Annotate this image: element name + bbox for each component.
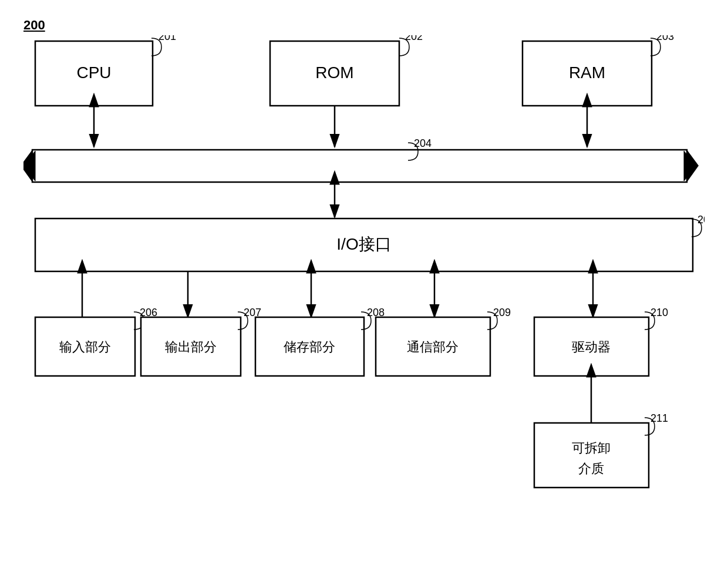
svg-text:通信部分: 通信部分: [407, 340, 459, 354]
svg-text:209: 209: [493, 307, 511, 318]
svg-text:RAM: RAM: [569, 63, 605, 82]
diagram-title: 200: [23, 18, 705, 33]
svg-text:201: 201: [159, 35, 176, 42]
svg-text:210: 210: [651, 307, 668, 318]
svg-text:驱动器: 驱动器: [572, 340, 611, 354]
svg-marker-16: [32, 150, 687, 182]
svg-text:CPU: CPU: [76, 63, 111, 82]
diagram-container: 200 CPU 201 ROM 202: [23, 18, 705, 576]
svg-text:介质: 介质: [578, 461, 604, 476]
svg-rect-47: [534, 423, 649, 488]
svg-text:ROM: ROM: [315, 63, 353, 82]
svg-text:可拆卸: 可拆卸: [572, 441, 611, 455]
svg-text:204: 204: [414, 137, 432, 149]
svg-text:I/O接口: I/O接口: [336, 235, 391, 253]
svg-text:储存部分: 储存部分: [284, 340, 335, 354]
svg-text:211: 211: [651, 412, 668, 424]
svg-text:输入部分: 输入部分: [59, 340, 111, 354]
svg-text:输出部分: 输出部分: [165, 340, 217, 354]
